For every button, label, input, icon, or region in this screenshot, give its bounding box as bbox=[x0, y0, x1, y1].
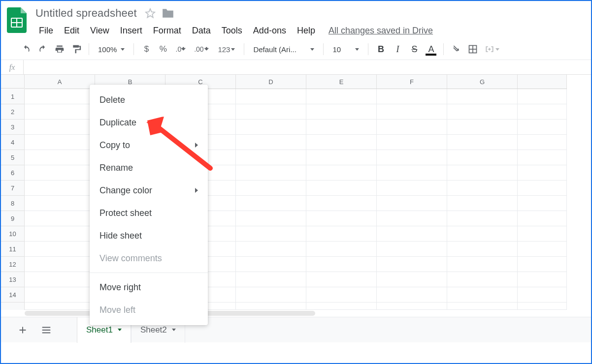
cell[interactable] bbox=[518, 89, 567, 104]
cell[interactable] bbox=[377, 165, 447, 181]
cell[interactable] bbox=[25, 211, 95, 226]
cell[interactable] bbox=[377, 181, 447, 196]
cell[interactable] bbox=[236, 211, 306, 226]
cell[interactable] bbox=[236, 272, 306, 287]
cell[interactable] bbox=[25, 135, 95, 150]
currency-button[interactable]: $ bbox=[139, 42, 154, 57]
folder-icon[interactable] bbox=[162, 8, 174, 19]
cell[interactable] bbox=[236, 287, 306, 303]
cell[interactable] bbox=[306, 287, 377, 303]
cell[interactable] bbox=[447, 89, 518, 104]
cell[interactable] bbox=[447, 104, 518, 120]
menu-file[interactable]: File bbox=[33, 24, 59, 38]
cell[interactable] bbox=[236, 242, 306, 257]
cell[interactable] bbox=[447, 242, 518, 257]
cell[interactable] bbox=[236, 303, 306, 310]
cell[interactable] bbox=[25, 303, 95, 310]
cell[interactable] bbox=[25, 226, 95, 242]
cell[interactable] bbox=[377, 196, 447, 211]
cell[interactable] bbox=[447, 272, 518, 287]
cell[interactable] bbox=[236, 120, 306, 135]
cell[interactable] bbox=[518, 181, 567, 196]
column-header[interactable]: G bbox=[447, 75, 518, 89]
increase-decimal-button[interactable]: .00 bbox=[192, 42, 212, 57]
cell[interactable] bbox=[447, 120, 518, 135]
fill-color-button[interactable] bbox=[449, 42, 463, 57]
column-header[interactable] bbox=[518, 75, 567, 89]
cell[interactable] bbox=[306, 150, 377, 165]
cell[interactable] bbox=[25, 287, 95, 303]
merge-cells-button[interactable] bbox=[482, 42, 502, 57]
cell[interactable] bbox=[518, 196, 567, 211]
star-icon[interactable] bbox=[145, 8, 156, 19]
row-header[interactable]: 14 bbox=[1, 287, 25, 303]
cell[interactable] bbox=[236, 89, 306, 104]
cell[interactable] bbox=[25, 196, 95, 211]
cell[interactable] bbox=[518, 104, 567, 120]
strikethrough-button[interactable]: S bbox=[407, 42, 422, 57]
cell[interactable] bbox=[518, 303, 567, 310]
menu-insert[interactable]: Insert bbox=[115, 24, 148, 38]
percent-button[interactable]: % bbox=[156, 42, 170, 57]
cell[interactable] bbox=[447, 181, 518, 196]
font-family-dropdown[interactable]: Default (Ari... bbox=[249, 42, 318, 57]
cell[interactable] bbox=[377, 257, 447, 272]
cell[interactable] bbox=[377, 211, 447, 226]
cell[interactable] bbox=[306, 196, 377, 211]
column-header[interactable]: F bbox=[377, 75, 447, 89]
all-sheets-button[interactable] bbox=[38, 322, 54, 338]
print-button[interactable] bbox=[52, 42, 67, 57]
cell[interactable] bbox=[447, 257, 518, 272]
redo-button[interactable] bbox=[35, 42, 50, 57]
cell[interactable] bbox=[236, 165, 306, 181]
context-menu-protect-sheet[interactable]: Protect sheet bbox=[90, 202, 208, 224]
menu-format[interactable]: Format bbox=[148, 24, 187, 38]
cell[interactable] bbox=[236, 104, 306, 120]
row-header[interactable]: 12 bbox=[1, 257, 25, 272]
add-sheet-button[interactable] bbox=[15, 322, 31, 338]
cell[interactable] bbox=[447, 150, 518, 165]
cell[interactable] bbox=[25, 120, 95, 135]
cell[interactable] bbox=[306, 303, 377, 310]
cell[interactable] bbox=[377, 242, 447, 257]
row-header[interactable]: 3 bbox=[1, 120, 25, 135]
context-menu-move-right[interactable]: Move right bbox=[90, 276, 208, 299]
cell[interactable] bbox=[447, 287, 518, 303]
cell[interactable] bbox=[518, 120, 567, 135]
cell[interactable] bbox=[377, 104, 447, 120]
cell[interactable] bbox=[518, 272, 567, 287]
row-header[interactable]: 8 bbox=[1, 196, 25, 211]
cell[interactable] bbox=[306, 226, 377, 242]
cell[interactable] bbox=[518, 257, 567, 272]
cell[interactable] bbox=[518, 226, 567, 242]
cell[interactable] bbox=[236, 150, 306, 165]
cell[interactable] bbox=[447, 165, 518, 181]
save-status-link[interactable]: All changes saved in Drive bbox=[325, 24, 437, 38]
cell[interactable] bbox=[306, 272, 377, 287]
italic-button[interactable]: I bbox=[390, 42, 405, 57]
cell[interactable] bbox=[518, 287, 567, 303]
cell[interactable] bbox=[518, 242, 567, 257]
menu-data[interactable]: Data bbox=[187, 24, 216, 38]
select-all-corner[interactable] bbox=[1, 75, 25, 89]
menu-help[interactable]: Help bbox=[292, 24, 321, 38]
cell[interactable] bbox=[25, 89, 95, 104]
column-header[interactable]: E bbox=[306, 75, 377, 89]
menu-edit[interactable]: Edit bbox=[59, 24, 85, 38]
cell[interactable] bbox=[377, 226, 447, 242]
column-header[interactable]: D bbox=[236, 75, 306, 89]
cell[interactable] bbox=[518, 150, 567, 165]
cell[interactable] bbox=[377, 135, 447, 150]
context-menu-change-color[interactable]: Change color bbox=[90, 179, 208, 202]
cell[interactable] bbox=[377, 89, 447, 104]
cell[interactable] bbox=[236, 257, 306, 272]
cell[interactable] bbox=[25, 272, 95, 287]
cell[interactable] bbox=[377, 120, 447, 135]
context-menu-rename[interactable]: Rename bbox=[90, 156, 208, 179]
cell[interactable] bbox=[447, 196, 518, 211]
cell[interactable] bbox=[447, 303, 518, 310]
decrease-decimal-button[interactable]: .0 bbox=[172, 42, 190, 57]
row-header[interactable]: 13 bbox=[1, 272, 25, 287]
cell[interactable] bbox=[306, 135, 377, 150]
row-header[interactable]: 1 bbox=[1, 89, 25, 104]
